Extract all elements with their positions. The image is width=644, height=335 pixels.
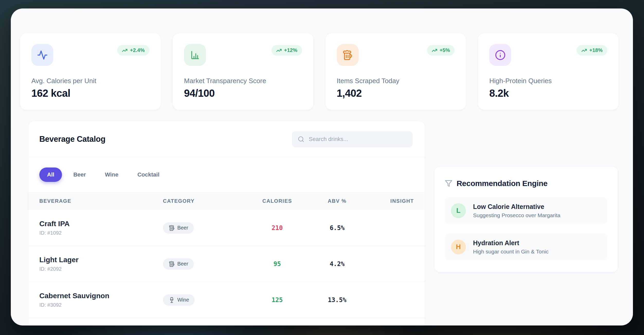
category-badge: Beer	[163, 258, 194, 270]
page-title: Beverage Catalog	[39, 135, 105, 144]
recommendation-header: Recommendation Engine	[445, 179, 607, 188]
wine-glass-icon	[169, 297, 175, 303]
recommendation-subtitle: Suggesting Prosecco over Margarita	[473, 212, 560, 218]
stat-label: High-Protein Queries	[489, 77, 607, 85]
category-badge: Wine	[163, 294, 195, 306]
recommendation-hydration-alert[interactable]: H Hydration Alert High sugar count in Gi…	[445, 233, 607, 260]
trending-up-icon	[581, 48, 587, 53]
stat-label: Market Transparency Score	[184, 77, 302, 85]
delta-value: +18%	[589, 47, 603, 53]
beer-mug-icon	[337, 44, 359, 66]
recommendation-title: Hydration Alert	[473, 239, 549, 247]
tab-cocktail[interactable]: Cocktail	[130, 167, 167, 182]
table-row-light-lager[interactable]: Light Lager ID: #2092 Beer 95 4.2%	[29, 246, 425, 282]
stat-card-high-protein: +18% High-Protein Queries 8.2k	[478, 33, 619, 110]
beer-mug-icon	[169, 225, 175, 231]
column-header-calories: CALORIES	[245, 198, 309, 204]
category-label: Wine	[177, 297, 189, 303]
beverage-id: ID: #1092	[39, 230, 163, 236]
delta-badge: +5%	[427, 45, 455, 56]
activity-icon	[31, 44, 53, 66]
beverage-id: ID: #2092	[39, 266, 163, 272]
delta-badge: +12%	[271, 45, 302, 56]
stat-value: 162 kcal	[31, 87, 149, 99]
column-header-insight: INSIGHT	[365, 198, 414, 204]
calories-value: 210	[245, 224, 309, 232]
abv-value: 4.2%	[309, 260, 365, 268]
stat-card-transparency: +12% Market Transparency Score 94/100	[173, 33, 314, 110]
delta-value: +2.4%	[130, 47, 144, 53]
trending-up-icon	[276, 48, 282, 53]
info-icon	[489, 44, 511, 66]
delta-value: +12%	[284, 47, 297, 53]
abv-value: 13.5%	[309, 296, 365, 304]
table-row-craft-ipa[interactable]: Craft IPA ID: #1092 Beer 210 6.5%	[29, 210, 425, 246]
avatar: H	[451, 240, 466, 254]
trending-up-icon	[122, 48, 128, 53]
category-badge: Beer	[163, 222, 194, 234]
tab-wine[interactable]: Wine	[97, 167, 126, 182]
beer-mug-icon	[169, 261, 175, 267]
delta-badge: +18%	[577, 45, 607, 56]
search-icon	[298, 136, 304, 143]
abv-value: 6.5%	[309, 224, 365, 232]
category-label: Beer	[177, 261, 188, 267]
beverage-name: Craft IPA	[39, 220, 163, 228]
table-header: BEVERAGE CATEGORY CALORIES ABV % INSIGHT	[29, 192, 425, 210]
delta-value: +5%	[440, 47, 450, 53]
beverage-catalog-card: Beverage Catalog All Beer Wine Cocktail …	[28, 121, 425, 325]
search-box	[292, 131, 412, 147]
column-header-beverage: BEVERAGE	[39, 198, 163, 204]
stat-label: Items Scraped Today	[337, 77, 455, 85]
filter-funnel-icon	[445, 180, 452, 187]
beverage-name: Cabernet Sauvignon	[39, 292, 163, 300]
recommendation-engine-panel: Recommendation Engine L Low Calorie Alte…	[434, 166, 618, 272]
beverage-name: Light Lager	[39, 256, 163, 264]
stats-row: +2.4% Avg. Calories per Unit 162 kcal +1…	[20, 33, 619, 110]
recommendation-title: Low Calorie Alternative	[473, 203, 560, 210]
stat-value: 94/100	[184, 87, 302, 99]
bar-chart-icon	[184, 44, 206, 66]
filter-tabs: All Beer Wine Cocktail	[29, 157, 425, 192]
panel-title: Recommendation Engine	[457, 179, 548, 188]
stat-value: 1,402	[337, 87, 455, 99]
search-input[interactable]	[292, 131, 412, 147]
column-header-category: CATEGORY	[163, 198, 246, 204]
category-label: Beer	[177, 225, 188, 231]
catalog-header: Beverage Catalog	[29, 121, 425, 157]
avatar: L	[451, 203, 466, 218]
dashboard-container: +2.4% Avg. Calories per Unit 162 kcal +1…	[11, 8, 633, 325]
stat-card-items-scraped: +5% Items Scraped Today 1,402	[325, 33, 466, 110]
tab-all[interactable]: All	[39, 167, 62, 182]
stat-value: 8.2k	[489, 87, 607, 99]
recommendation-low-calorie[interactable]: L Low Calorie Alternative Suggesting Pro…	[445, 197, 607, 224]
stat-label: Avg. Calories per Unit	[31, 77, 149, 85]
calories-value: 125	[245, 296, 309, 304]
beverage-id: ID: #3092	[39, 302, 163, 308]
recommendation-subtitle: High sugar count in Gin & Tonic	[473, 249, 549, 255]
trending-up-icon	[432, 48, 437, 53]
stat-card-avg-calories: +2.4% Avg. Calories per Unit 162 kcal	[20, 33, 161, 110]
tab-beer[interactable]: Beer	[66, 167, 94, 182]
table-row-cabernet[interactable]: Cabernet Sauvignon ID: #3092 Wine 125 13…	[29, 282, 425, 318]
calories-value: 95	[245, 260, 309, 268]
delta-badge: +2.4%	[117, 45, 149, 56]
column-header-abv: ABV %	[309, 198, 365, 204]
